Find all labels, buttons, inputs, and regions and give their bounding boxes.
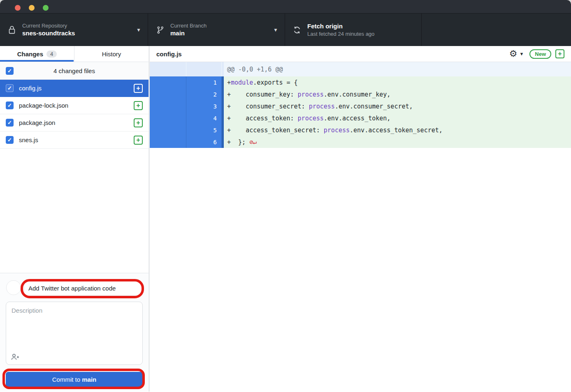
current-repository-dropdown[interactable]: Current Repository snes-soundtracks ▼ bbox=[0, 14, 148, 46]
diff-empty-space bbox=[150, 148, 571, 392]
diff-added-line: 1 +module.exports = { bbox=[150, 76, 571, 88]
file-row[interactable]: ✓ package.json + bbox=[0, 114, 149, 131]
expand-plus-icon[interactable]: + bbox=[555, 49, 564, 58]
fetch-origin-subtitle: Last fetched 24 minutes ago bbox=[307, 30, 374, 38]
file-name: package-lock.json bbox=[19, 102, 134, 109]
github-desktop-window: Current Repository snes-soundtracks ▼ Cu… bbox=[0, 0, 571, 392]
chevron-down-icon: ▼ bbox=[136, 27, 141, 33]
diff-added-line: 3 + consumer_secret: process.env.consume… bbox=[150, 100, 571, 112]
changes-sidebar: Changes 4 History ✓ 4 changed files ✓ co… bbox=[0, 46, 150, 392]
current-branch-value: main bbox=[170, 29, 207, 37]
commit-description-box bbox=[6, 302, 143, 365]
changed-files-list: ✓ config.js + ✓ package-lock.json + ✓ pa… bbox=[0, 80, 149, 149]
chevron-down-icon: ▼ bbox=[519, 51, 524, 56]
file-checkbox[interactable]: ✓ bbox=[6, 119, 14, 127]
file-row[interactable]: ✓ snes.js + bbox=[0, 131, 149, 149]
current-branch-dropdown[interactable]: Current Branch main ▼ bbox=[148, 14, 285, 46]
diff-line-number[interactable]: 5 bbox=[186, 124, 222, 136]
file-plus-icon[interactable]: + bbox=[134, 118, 143, 127]
window-title-bar bbox=[0, 0, 571, 14]
diff-gutter-old[interactable] bbox=[150, 124, 186, 136]
lock-icon bbox=[7, 25, 17, 35]
sync-icon bbox=[292, 26, 302, 34]
diff-added-line: 6 + }; ⊘↵ bbox=[150, 136, 571, 148]
diff-line-content: + }; ⊘↵ bbox=[224, 136, 571, 148]
chevron-down-icon: ▼ bbox=[273, 27, 278, 33]
diff-line-content: +module.exports = { bbox=[224, 76, 571, 88]
file-row[interactable]: ✓ package-lock.json + bbox=[0, 97, 149, 114]
diff-panel: config.js ⚙ ▼ New + @@ -0,0 +1,6 @@ 1 +m… bbox=[150, 46, 571, 392]
avatar bbox=[6, 280, 21, 295]
hunk-gutter-old bbox=[150, 62, 186, 76]
diff-line-number[interactable]: 2 bbox=[186, 88, 222, 100]
select-all-files-row: ✓ 4 changed files bbox=[0, 62, 149, 80]
toolbar: Current Repository snes-soundtracks ▼ Cu… bbox=[0, 14, 571, 46]
file-plus-icon[interactable]: + bbox=[134, 84, 143, 93]
hunk-header-row: @@ -0,0 +1,6 @@ bbox=[150, 62, 571, 76]
diff-lines: 1 +module.exports = { 2 + consumer_key: … bbox=[150, 76, 571, 148]
diff-file-name: config.js bbox=[156, 51, 509, 58]
diff-line-content: + consumer_secret: process.env.consumer_… bbox=[224, 100, 571, 112]
commit-button-branch: main bbox=[82, 376, 96, 383]
gear-icon: ⚙ bbox=[509, 49, 518, 58]
tab-changes[interactable]: Changes 4 bbox=[0, 46, 74, 62]
current-branch-label: Current Branch bbox=[170, 22, 207, 30]
file-list-empty-space bbox=[0, 149, 149, 273]
diff-line-content: + consumer_key: process.env.consumer_key… bbox=[224, 88, 571, 100]
diff-gutter-old[interactable] bbox=[150, 112, 186, 124]
commit-summary-input[interactable] bbox=[24, 281, 142, 296]
toolbar-filler bbox=[422, 14, 571, 46]
diff-line-content: + access_token_secret: process.env.acces… bbox=[224, 124, 571, 136]
diff-header: config.js ⚙ ▼ New + bbox=[150, 46, 571, 62]
file-name: config.js bbox=[19, 85, 134, 92]
file-name: package.json bbox=[19, 119, 134, 126]
diff-added-line: 4 + access_token: process.env.access_tok… bbox=[150, 112, 571, 124]
file-plus-icon[interactable]: + bbox=[134, 136, 143, 145]
file-checkbox[interactable]: ✓ bbox=[6, 84, 14, 92]
changed-files-count-label: 4 changed files bbox=[53, 67, 95, 74]
commit-panel: Commit to main bbox=[0, 273, 149, 392]
diff-added-line: 2 + consumer_key: process.env.consumer_k… bbox=[150, 88, 571, 100]
hunk-gutter-new bbox=[186, 62, 222, 76]
sidebar-tabs: Changes 4 History bbox=[0, 46, 149, 62]
diff-line-number[interactable]: 1 bbox=[186, 76, 222, 88]
changes-count-badge: 4 bbox=[46, 51, 57, 58]
diff-options-dropdown[interactable]: ⚙ ▼ bbox=[509, 49, 524, 58]
close-window-button[interactable] bbox=[15, 5, 21, 11]
tab-history[interactable]: History bbox=[74, 46, 149, 62]
minimize-window-button[interactable] bbox=[29, 5, 35, 11]
diff-gutter-old[interactable] bbox=[150, 100, 186, 112]
diff-gutter-old[interactable] bbox=[150, 76, 186, 88]
commit-to-main-button[interactable]: Commit to main bbox=[6, 372, 143, 387]
fetch-origin-title: Fetch origin bbox=[307, 22, 374, 30]
current-repository-value: snes-soundtracks bbox=[22, 29, 75, 37]
diff-line-number[interactable]: 4 bbox=[186, 112, 222, 124]
diff-added-line: 5 + access_token_secret: process.env.acc… bbox=[150, 124, 571, 136]
git-branch-icon bbox=[155, 26, 165, 34]
commit-description-input[interactable] bbox=[6, 302, 142, 348]
current-repository-label: Current Repository bbox=[22, 22, 75, 30]
diff-line-content: + access_token: process.env.access_token… bbox=[224, 112, 571, 124]
add-coauthor-icon[interactable] bbox=[11, 353, 20, 361]
diff-line-number[interactable]: 6 bbox=[186, 136, 222, 148]
file-checkbox[interactable]: ✓ bbox=[6, 136, 14, 144]
file-checkbox[interactable]: ✓ bbox=[6, 101, 14, 109]
diff-line-number[interactable]: 3 bbox=[186, 100, 222, 112]
select-all-checkbox[interactable]: ✓ bbox=[6, 67, 14, 75]
hunk-header-text: @@ -0,0 +1,6 @@ bbox=[224, 62, 571, 76]
file-name: snes.js bbox=[19, 136, 134, 143]
file-plus-icon[interactable]: + bbox=[134, 101, 143, 110]
diff-gutter-old[interactable] bbox=[150, 88, 186, 100]
tab-history-label: History bbox=[102, 51, 121, 58]
new-file-status-badge: New bbox=[529, 49, 551, 59]
commit-button-prefix: Commit to bbox=[52, 376, 82, 383]
diff-body: @@ -0,0 +1,6 @@ 1 +module.exports = { 2 … bbox=[150, 62, 571, 148]
diff-gutter-old[interactable] bbox=[150, 136, 186, 148]
tab-changes-label: Changes bbox=[17, 51, 43, 58]
file-row[interactable]: ✓ config.js + bbox=[0, 80, 149, 97]
zoom-window-button[interactable] bbox=[43, 5, 49, 11]
fetch-origin-button[interactable]: Fetch origin Last fetched 24 minutes ago bbox=[285, 14, 422, 46]
